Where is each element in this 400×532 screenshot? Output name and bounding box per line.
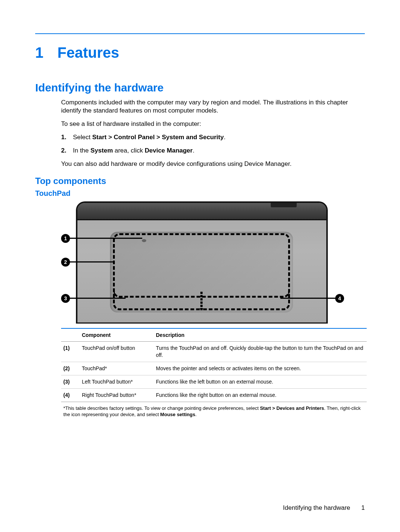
step-1: 1. Select Start > Control Panel > System… bbox=[61, 133, 365, 141]
row-description: Moves the pointer and selects or activat… bbox=[154, 362, 367, 375]
components-table: Component Description (1) TouchPad on/of… bbox=[61, 328, 367, 421]
callout-3: 3 bbox=[61, 294, 70, 303]
row-component: TouchPad* bbox=[80, 362, 154, 375]
intro-lead-in: To see a list of hardware installed in t… bbox=[61, 120, 365, 128]
table-header-description: Description bbox=[154, 328, 367, 342]
touchpad-area-outline bbox=[113, 233, 290, 298]
row-component: Left TouchPad button* bbox=[80, 375, 154, 389]
table-row: (2) TouchPad* Moves the pointer and sele… bbox=[61, 362, 367, 375]
left-button-outline bbox=[113, 292, 201, 310]
subsubsection-heading: TouchPad bbox=[35, 189, 365, 198]
touchpad-illustration: 1 2 3 4 bbox=[61, 201, 365, 324]
table-header-component: Component bbox=[80, 328, 154, 342]
page-footer: Identifying the hardware 1 bbox=[283, 504, 365, 512]
callout-leader bbox=[70, 238, 142, 239]
subsection-heading: Top components bbox=[35, 176, 365, 186]
intro-paragraph: Components included with the computer ma… bbox=[61, 98, 365, 115]
callout-4: 4 bbox=[335, 294, 344, 303]
chapter-title: 1 Features bbox=[35, 44, 365, 61]
step-number: 1. bbox=[61, 133, 73, 141]
laptop-chassis-icon bbox=[76, 201, 328, 324]
header-rule bbox=[35, 33, 365, 34]
row-index: (1) bbox=[61, 342, 80, 362]
step-number: 2. bbox=[61, 147, 73, 155]
touchpad-onoff-dot-icon bbox=[142, 239, 146, 242]
callout-2: 2 bbox=[61, 258, 70, 267]
table-row: (3) Left TouchPad button* Functions like… bbox=[61, 375, 367, 389]
row-description: Turns the TouchPad on and off. Quickly d… bbox=[154, 342, 367, 362]
callout-1: 1 bbox=[61, 234, 70, 243]
footer-page-number: 1 bbox=[361, 504, 365, 512]
row-description: Functions like the right button on an ex… bbox=[154, 389, 367, 402]
chapter-name: Features bbox=[57, 44, 119, 61]
table-row: (4) Right TouchPad button* Functions lik… bbox=[61, 389, 367, 402]
row-index: (3) bbox=[61, 375, 80, 389]
hinge-icon bbox=[271, 201, 297, 207]
callout-leader bbox=[280, 298, 335, 299]
row-description: Functions like the left button on an ext… bbox=[154, 375, 367, 389]
table-footnote: *This table describes factory settings. … bbox=[61, 402, 367, 421]
section-heading: Identifying the hardware bbox=[35, 81, 365, 94]
post-step-paragraph: You can also add hardware or modify devi… bbox=[61, 160, 365, 168]
row-index: (2) bbox=[61, 362, 80, 375]
step-2: 2. In the System area, click Device Mana… bbox=[61, 147, 365, 155]
callout-leader bbox=[70, 261, 113, 262]
row-component: TouchPad on/off button bbox=[80, 342, 154, 362]
callout-leader bbox=[70, 298, 126, 299]
table-row: (1) TouchPad on/off button Turns the Tou… bbox=[61, 342, 367, 362]
step-text: Select Start > Control Panel > System an… bbox=[73, 133, 226, 141]
step-text: In the System area, click Device Manager… bbox=[73, 147, 194, 155]
footer-section: Identifying the hardware bbox=[283, 504, 350, 512]
row-component: Right TouchPad button* bbox=[80, 389, 154, 402]
row-index: (4) bbox=[61, 389, 80, 402]
chapter-number: 1 bbox=[35, 44, 57, 61]
table-header-blank bbox=[61, 328, 80, 342]
right-button-outline bbox=[201, 292, 290, 310]
